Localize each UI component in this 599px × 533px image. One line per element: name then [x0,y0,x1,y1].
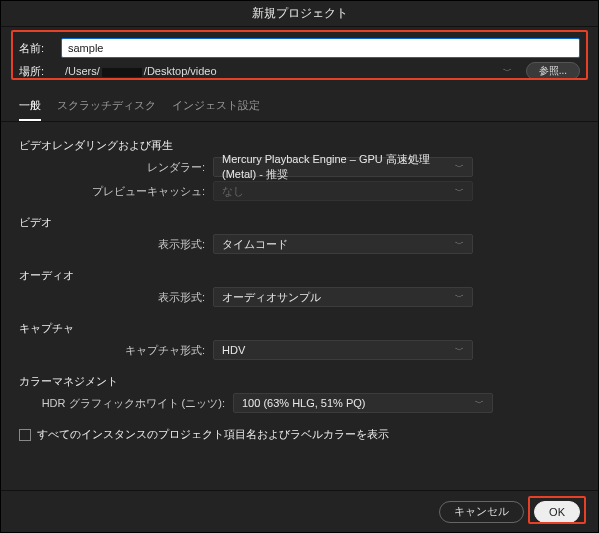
audio-format-select[interactable]: オーディオサンプル ﹀ [213,287,473,307]
new-project-dialog: 新規プロジェクト 名前: 場所: /Users//Desktop/video ﹀… [0,0,599,533]
hdr-white-select[interactable]: 100 (63% HLG, 51% PQ) ﹀ [233,393,493,413]
tab-general[interactable]: 一般 [19,94,41,121]
video-format-select[interactable]: タイムコード ﹀ [213,234,473,254]
general-panel: ビデオレンダリングおよび再生 レンダラー: Mercury Playback E… [1,122,598,442]
location-dropdown[interactable]: /Users//Desktop/video ﹀ [61,61,516,81]
preview-cache-label: プレビューキャッシュ: [41,184,213,199]
renderer-label: レンダラー: [41,160,213,175]
chevron-down-icon: ﹀ [503,65,512,78]
ok-button[interactable]: OK [534,501,580,523]
video-format-label: 表示形式: [41,237,213,252]
dialog-titlebar: 新規プロジェクト [1,1,598,27]
show-all-instances-row: すべてのインスタンスのプロジェクト項目名およびラベルカラーを表示 [19,427,580,442]
preview-cache-select: なし ﹀ [213,181,473,201]
section-color-management: カラーマネジメント [19,374,580,389]
browse-button[interactable]: 参照... [526,62,580,80]
cancel-button[interactable]: キャンセル [439,501,524,523]
dialog-footer: キャンセル OK [1,490,598,532]
chevron-down-icon: ﹀ [455,238,464,251]
capture-format-select[interactable]: HDV ﹀ [213,340,473,360]
tab-ingest-settings[interactable]: インジェスト設定 [172,94,260,121]
chevron-down-icon: ﹀ [455,161,464,174]
section-video-render: ビデオレンダリングおよび再生 [19,138,580,153]
chevron-down-icon: ﹀ [455,291,464,304]
redacted-user [102,68,142,77]
audio-format-label: 表示形式: [41,290,213,305]
show-all-instances-label: すべてのインスタンスのプロジェクト項目名およびラベルカラーを表示 [37,427,389,442]
chevron-down-icon: ﹀ [455,185,464,198]
section-capture: キャプチャ [19,321,580,336]
capture-format-label: キャプチャ形式: [41,343,213,358]
renderer-select[interactable]: Mercury Playback Engine – GPU 高速処理 (Meta… [213,157,473,177]
name-location-section: 名前: 場所: /Users//Desktop/video ﹀ 参照... [1,27,598,88]
section-audio: オーディオ [19,268,580,283]
section-video: ビデオ [19,215,580,230]
tab-scratch-disks[interactable]: スクラッチディスク [57,94,156,121]
chevron-down-icon: ﹀ [455,344,464,357]
name-label: 名前: [19,41,61,56]
chevron-down-icon: ﹀ [475,397,484,410]
dialog-title: 新規プロジェクト [252,5,348,22]
hdr-white-label: HDR グラフィックホワイト (ニッツ): [41,396,233,411]
tabs: 一般 スクラッチディスク インジェスト設定 [1,94,598,122]
show-all-instances-checkbox[interactable] [19,429,31,441]
project-name-input[interactable] [61,38,580,58]
location-value: /Users//Desktop/video [65,65,217,77]
location-label: 場所: [19,64,61,79]
